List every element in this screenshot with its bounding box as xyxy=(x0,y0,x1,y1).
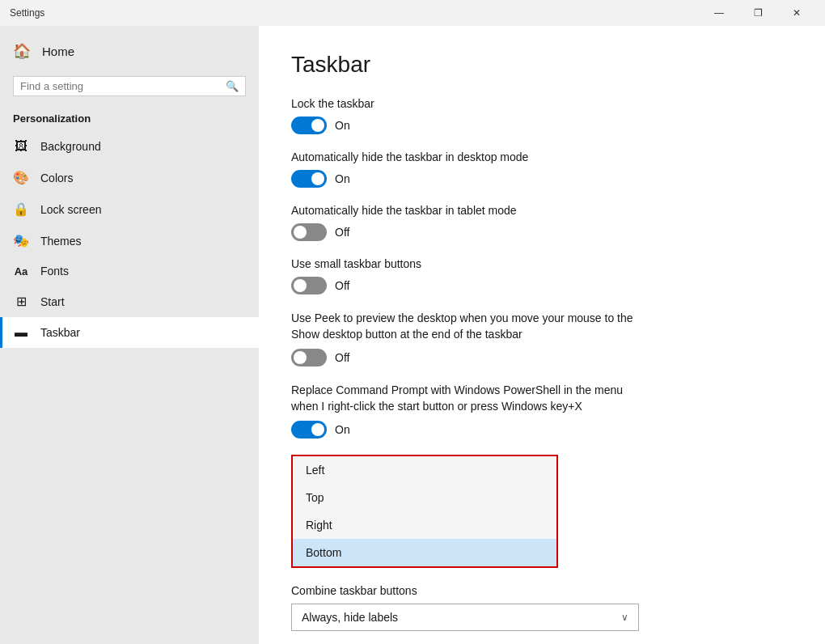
colors-icon: 🎨 xyxy=(13,170,29,185)
auto-hide-tablet-toggle-label: Off xyxy=(335,226,349,239)
powershell-toggle-label: On xyxy=(335,423,350,436)
minimize-button[interactable]: — xyxy=(700,0,738,26)
maximize-button[interactable]: ❐ xyxy=(739,0,776,26)
app-title: Settings xyxy=(10,7,44,19)
setting-lock-taskbar: Lock the taskbar On xyxy=(291,97,793,134)
sidebar-item-taskbar[interactable]: ▬ Taskbar xyxy=(0,317,259,348)
auto-hide-desktop-toggle-label: On xyxy=(335,172,350,185)
window-controls: — ❐ ✕ xyxy=(700,0,815,26)
combine-buttons-label: Combine taskbar buttons xyxy=(291,584,793,597)
small-buttons-toggle-row: Off xyxy=(291,277,793,294)
start-icon: ⊞ xyxy=(13,294,29,309)
search-input[interactable] xyxy=(20,80,219,92)
sidebar-item-fonts[interactable]: Aa Fonts xyxy=(0,256,259,286)
peek-label: Use Peek to preview the desktop when you… xyxy=(291,311,793,342)
lock-screen-icon: 🔒 xyxy=(13,201,29,217)
home-icon: 🏠 xyxy=(13,42,31,60)
app-body: 🏠 Home 🔍 Personalization 🖼 Background 🎨 … xyxy=(0,26,825,644)
sidebar-item-lock-screen-label: Lock screen xyxy=(40,203,101,216)
auto-hide-tablet-toggle[interactable] xyxy=(291,223,327,241)
sidebar: 🏠 Home 🔍 Personalization 🖼 Background 🎨 … xyxy=(0,26,259,644)
combine-buttons-dropdown[interactable]: Always, hide labels ∨ xyxy=(291,604,639,631)
sidebar-item-colors-label: Colors xyxy=(40,172,73,184)
auto-hide-tablet-toggle-row: Off xyxy=(291,223,793,241)
powershell-toggle[interactable] xyxy=(291,421,327,439)
chevron-down-icon: ∨ xyxy=(621,612,628,623)
sidebar-item-background[interactable]: 🖼 Background xyxy=(0,131,259,162)
sidebar-item-fonts-label: Fonts xyxy=(40,265,69,278)
setting-taskbar-location: Left Top Right Bottom xyxy=(291,455,793,568)
taskbar-location-dropdown[interactable]: Left Top Right Bottom xyxy=(291,455,558,568)
sidebar-item-themes-label: Themes xyxy=(40,235,82,248)
lock-taskbar-label: Lock the taskbar xyxy=(291,97,793,110)
auto-hide-desktop-toggle[interactable] xyxy=(291,170,327,188)
search-box: 🔍 xyxy=(13,76,246,96)
auto-hide-desktop-label: Automatically hide the taskbar in deskto… xyxy=(291,150,793,163)
lock-taskbar-toggle-label: On xyxy=(335,119,350,132)
close-button[interactable]: ✕ xyxy=(778,0,815,26)
title-bar: Settings — ❐ ✕ xyxy=(0,0,825,26)
sidebar-item-start[interactable]: ⊞ Start xyxy=(0,286,259,317)
setting-peek: Use Peek to preview the desktop when you… xyxy=(291,311,793,366)
combine-buttons-value: Always, hide labels xyxy=(302,611,398,624)
setting-auto-hide-desktop: Automatically hide the taskbar in deskto… xyxy=(291,150,793,188)
setting-powershell: Replace Command Prompt with Windows Powe… xyxy=(291,383,793,439)
main-content: Taskbar Lock the taskbar On Automaticall… xyxy=(259,26,825,644)
dropdown-item-left[interactable]: Left xyxy=(293,456,556,484)
taskbar-icon: ▬ xyxy=(13,325,29,340)
powershell-label: Replace Command Prompt with Windows Powe… xyxy=(291,383,793,414)
peek-toggle-label: Off xyxy=(335,351,349,364)
search-icon: 🔍 xyxy=(226,80,239,92)
page-title: Taskbar xyxy=(291,52,793,78)
fonts-icon: Aa xyxy=(13,265,29,278)
powershell-toggle-row: On xyxy=(291,421,793,439)
section-label: Personalization xyxy=(0,109,259,131)
sidebar-item-start-label: Start xyxy=(40,295,65,308)
sidebar-item-home[interactable]: 🏠 Home xyxy=(0,32,259,70)
sidebar-item-taskbar-label: Taskbar xyxy=(40,326,80,339)
lock-taskbar-toggle[interactable] xyxy=(291,117,327,134)
sidebar-item-lock-screen[interactable]: 🔒 Lock screen xyxy=(0,193,259,225)
auto-hide-tablet-label: Automatically hide the taskbar in tablet… xyxy=(291,204,793,217)
peek-toggle[interactable] xyxy=(291,349,327,366)
sidebar-item-colors[interactable]: 🎨 Colors xyxy=(0,162,259,193)
small-buttons-toggle[interactable] xyxy=(291,277,327,294)
peek-toggle-row: Off xyxy=(291,349,793,366)
sidebar-item-background-label: Background xyxy=(40,140,101,153)
small-buttons-toggle-label: Off xyxy=(335,279,349,292)
setting-combine-buttons: Combine taskbar buttons Always, hide lab… xyxy=(291,584,793,631)
lock-taskbar-toggle-row: On xyxy=(291,117,793,134)
home-label: Home xyxy=(42,44,74,58)
auto-hide-desktop-toggle-row: On xyxy=(291,170,793,188)
setting-auto-hide-tablet: Automatically hide the taskbar in tablet… xyxy=(291,204,793,241)
background-icon: 🖼 xyxy=(13,139,29,154)
dropdown-item-top[interactable]: Top xyxy=(293,484,556,511)
setting-small-buttons: Use small taskbar buttons Off xyxy=(291,257,793,294)
themes-icon: 🎭 xyxy=(13,233,29,248)
dropdown-item-right[interactable]: Right xyxy=(293,511,556,539)
sidebar-item-themes[interactable]: 🎭 Themes xyxy=(0,225,259,256)
small-buttons-label: Use small taskbar buttons xyxy=(291,257,793,270)
dropdown-item-bottom[interactable]: Bottom xyxy=(293,539,556,566)
